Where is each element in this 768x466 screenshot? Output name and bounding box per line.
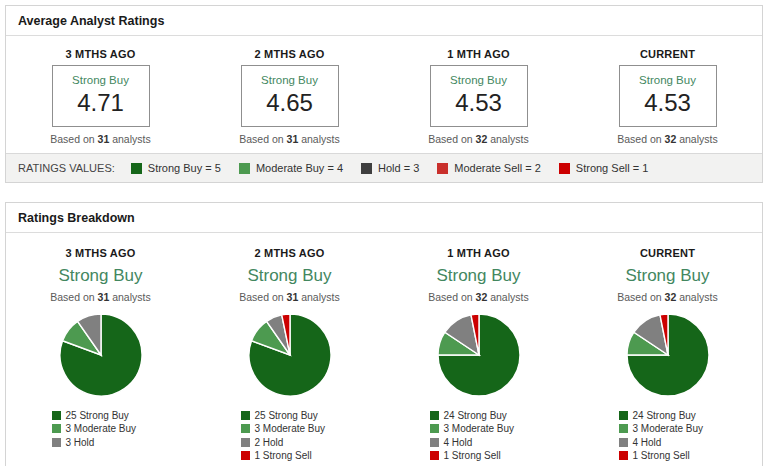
legend-swatch (131, 163, 142, 174)
analyst-count: 32 (476, 291, 488, 303)
based-on-text: Based on (617, 133, 661, 145)
based-on-text: Based on (239, 291, 283, 303)
legend-label: Moderate Buy = 4 (256, 162, 343, 174)
legend-item-moderate-sell: Moderate Sell = 2 (437, 162, 541, 174)
pie-legend-area: 24 Strong Buy3 Moderate Buy4 Hold1 Stron… (384, 407, 573, 464)
based-on-text: Based on (428, 133, 472, 145)
consensus-label: Strong Buy (573, 266, 762, 286)
rating-cards-row: 3 MTHS AGO Strong Buy 4.71 Based on 31 a… (6, 36, 762, 153)
legend-swatch (430, 451, 439, 460)
legend-swatch (52, 424, 61, 433)
analyst-count-note: Based on 31 analysts (6, 291, 195, 303)
legend-swatch (619, 411, 628, 420)
pie-chart-area (195, 312, 384, 398)
based-on-text: Based on (617, 291, 661, 303)
legend-item-strong-sell: Strong Sell = 1 (559, 162, 648, 174)
legend-item-moderate-buy: Moderate Buy = 4 (239, 162, 343, 174)
analyst-count: 31 (98, 133, 110, 145)
legend-swatch (239, 163, 250, 174)
analyst-count-note: Based on 31 analysts (195, 133, 384, 145)
period-label: 1 MTH AGO (384, 48, 573, 60)
analyst-count-note: Based on 32 analysts (384, 291, 573, 303)
analyst-count-note: Based on 32 analysts (573, 291, 762, 303)
pie-legend-item: 25 Strong Buy (241, 410, 339, 421)
ratings-breakdown-panel: Ratings Breakdown 3 MTHS AGO Strong Buy … (5, 202, 763, 466)
legend-label: 4 Hold (444, 437, 473, 448)
rating-value: 4.71 (53, 89, 149, 117)
rating-card-2mths: 2 MTHS AGO Strong Buy 4.65 Based on 31 a… (195, 48, 384, 145)
rating-value: 4.53 (620, 89, 716, 117)
legend-label: 24 Strong Buy (444, 410, 507, 421)
legend-label: 3 Moderate Buy (633, 423, 704, 434)
legend-swatch (241, 438, 250, 447)
analyst-count-note: Based on 32 analysts (573, 133, 762, 145)
legend-label: 25 Strong Buy (66, 410, 129, 421)
pie-legend-area: 25 Strong Buy3 Moderate Buy2 Hold1 Stron… (195, 407, 384, 464)
legend-label: 3 Moderate Buy (444, 423, 515, 434)
rating-box: Strong Buy 4.65 (241, 65, 339, 127)
analyst-count: 31 (287, 291, 299, 303)
period-label: CURRENT (573, 247, 762, 259)
legend-swatch (559, 163, 570, 174)
pie-legend-item: 3 Moderate Buy (241, 423, 339, 434)
legend-label: 25 Strong Buy (255, 410, 318, 421)
legend-item-hold: Hold = 3 (361, 162, 419, 174)
legend-label: Strong Buy = 5 (148, 162, 221, 174)
pie-legend: 25 Strong Buy3 Moderate Buy2 Hold1 Stron… (241, 407, 339, 464)
ratings-values-label: RATINGS VALUES: (18, 162, 115, 174)
pie-legend-item: 1 Strong Sell (241, 450, 339, 461)
legend-swatch (619, 438, 628, 447)
pie-legend-item: 3 Moderate Buy (52, 423, 150, 434)
rating-box: Strong Buy 4.53 (619, 65, 717, 127)
rating-card-3mths: 3 MTHS AGO Strong Buy 4.71 Based on 31 a… (6, 48, 195, 145)
legend-label: 3 Hold (66, 437, 95, 448)
period-label: 3 MTHS AGO (6, 247, 195, 259)
consensus-label: Strong Buy (384, 266, 573, 286)
pie-chart (625, 312, 711, 398)
period-label: 2 MTHS AGO (195, 48, 384, 60)
pie-chart (247, 312, 333, 398)
pie-chart (58, 312, 144, 398)
based-on-text: Based on (428, 291, 472, 303)
legend-swatch (52, 411, 61, 420)
analyst-count: 32 (665, 291, 677, 303)
legend-label: Strong Sell = 1 (576, 162, 648, 174)
average-ratings-title: Average Analyst Ratings (6, 6, 762, 36)
pie-legend-item: 4 Hold (430, 437, 528, 448)
analysts-text: analysts (679, 291, 718, 303)
legend-swatch (430, 438, 439, 447)
breakdown-column-current: CURRENT Strong Buy Based on 32 analysts … (573, 247, 762, 464)
consensus-label: Strong Buy (53, 74, 149, 86)
rating-card-current: CURRENT Strong Buy 4.53 Based on 32 anal… (573, 48, 762, 145)
pie-legend-item: 1 Strong Sell (430, 450, 528, 461)
pie-chart (436, 312, 522, 398)
analyst-count: 32 (665, 133, 677, 145)
legend-swatch (437, 163, 448, 174)
pie-chart-area (6, 312, 195, 398)
pie-legend-item: 4 Hold (619, 437, 717, 448)
analyst-count-note: Based on 31 analysts (6, 133, 195, 145)
legend-item-strong-buy: Strong Buy = 5 (131, 162, 221, 174)
pie-legend-area: 25 Strong Buy3 Moderate Buy3 Hold (6, 407, 195, 451)
legend-label: 3 Moderate Buy (255, 423, 326, 434)
analysts-text: analysts (490, 133, 529, 145)
legend-label: 3 Moderate Buy (66, 423, 137, 434)
analysts-text: analysts (112, 291, 151, 303)
pie-legend-item: 24 Strong Buy (619, 410, 717, 421)
pie-chart-area (384, 312, 573, 398)
pie-legend-item: 3 Hold (52, 437, 150, 448)
breakdown-column-1mth: 1 MTH AGO Strong Buy Based on 32 analyst… (384, 247, 573, 464)
consensus-label: Strong Buy (620, 74, 716, 86)
legend-label: Moderate Sell = 2 (454, 162, 541, 174)
breakdown-column-3mths: 3 MTHS AGO Strong Buy Based on 31 analys… (6, 247, 195, 464)
legend-label: 4 Hold (633, 437, 662, 448)
consensus-label: Strong Buy (195, 266, 384, 286)
legend-swatch (430, 424, 439, 433)
legend-label: Hold = 3 (378, 162, 419, 174)
pie-legend-item: 2 Hold (241, 437, 339, 448)
analysts-text: analysts (679, 133, 718, 145)
rating-value: 4.53 (431, 89, 527, 117)
pie-legend-item: 1 Strong Sell (619, 450, 717, 461)
average-ratings-panel: Average Analyst Ratings 3 MTHS AGO Stron… (5, 5, 763, 183)
pie-legend-item: 24 Strong Buy (430, 410, 528, 421)
